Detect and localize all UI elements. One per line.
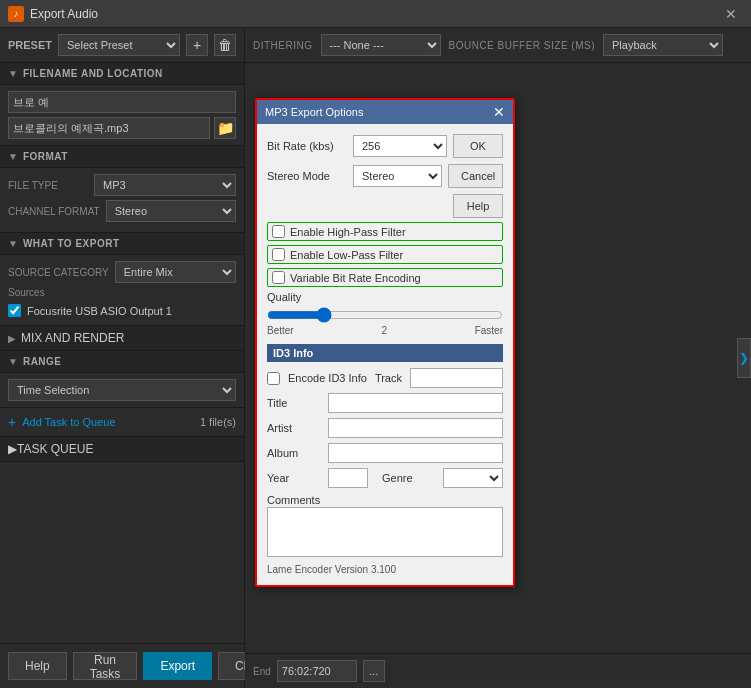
artist-label: Artist xyxy=(267,422,322,434)
folder-button[interactable]: 📁 xyxy=(214,117,236,139)
artist-input[interactable] xyxy=(328,418,503,438)
artist-row: Artist xyxy=(267,418,503,438)
source-text: Focusrite USB ASIO Output 1 xyxy=(27,305,172,317)
task-queue-section-header[interactable]: ▶ TASK QUEUE xyxy=(0,437,244,462)
genre-select[interactable] xyxy=(443,468,503,488)
source-category-select[interactable]: Entire Mix xyxy=(115,261,236,283)
left-panel: PRESET Select Preset + 🗑 ▼ FILENAME AND … xyxy=(0,28,245,688)
add-preset-button[interactable]: + xyxy=(186,34,208,56)
right-top-row: DITHERING --- None --- BOUNCE BUFFER SIZ… xyxy=(245,28,751,63)
variable-bit-rate-checkbox[interactable] xyxy=(272,271,285,284)
comments-label: Comments xyxy=(267,494,320,506)
format-section-title: FORMAT xyxy=(23,151,68,162)
encode-id3-checkbox[interactable] xyxy=(267,372,280,385)
bottom-bar: Help Run Tasks Export Close xyxy=(0,643,244,688)
high-pass-filter-checkbox[interactable] xyxy=(272,225,285,238)
stereo-mode-select[interactable]: Stereo Joint StereoMono xyxy=(353,165,442,187)
lame-version-label: Lame Encoder Version 3.100 xyxy=(267,564,503,575)
dithering-select[interactable]: --- None --- xyxy=(321,34,441,56)
stereo-mode-row: Stereo Mode Stereo Joint StereoMono Canc… xyxy=(267,164,503,188)
format-chevron-icon: ▼ xyxy=(8,151,18,162)
mix-and-render-chevron-icon: ▶ xyxy=(8,333,16,344)
year-input[interactable] xyxy=(328,468,368,488)
modal-cancel-button[interactable]: Cancel xyxy=(448,164,503,188)
source-category-label: SOURCE CATEGORY xyxy=(8,267,109,278)
range-section-header[interactable]: ▼ RANGE xyxy=(0,351,244,373)
right-panel: DITHERING --- None --- BOUNCE BUFFER SIZ… xyxy=(245,28,751,688)
add-task-label: Add Task to Queue xyxy=(22,416,115,428)
source-checkbox[interactable] xyxy=(8,304,21,317)
range-section-content: Time Selection xyxy=(0,373,244,408)
preset-select[interactable]: Select Preset xyxy=(58,34,180,56)
end-time-input[interactable] xyxy=(277,660,357,682)
filename-input-1[interactable] xyxy=(8,91,236,113)
format-section-header[interactable]: ▼ FORMAT xyxy=(0,146,244,168)
task-queue-chevron-icon: ▶ xyxy=(8,442,17,456)
file-type-select[interactable]: MP3 xyxy=(94,174,236,196)
high-pass-filter-row: Enable High-Pass Filter xyxy=(267,222,503,241)
sources-label: Sources xyxy=(8,287,236,298)
what-to-export-content: SOURCE CATEGORY Entire Mix Sources Focus… xyxy=(0,255,244,326)
quality-faster-label: Faster xyxy=(475,325,503,336)
help-button[interactable]: Help xyxy=(8,652,67,680)
quality-slider[interactable] xyxy=(267,307,503,323)
quality-row: Quality Better 2 Faster xyxy=(267,291,503,336)
filename-section-header[interactable]: ▼ FILENAME AND LOCATION xyxy=(0,63,244,85)
mix-and-render-section-header[interactable]: ▶ MIX AND RENDER xyxy=(0,326,244,351)
source-item: Focusrite USB ASIO Output 1 xyxy=(8,302,236,319)
end-label: End xyxy=(253,666,271,677)
encode-id3-label: Encode ID3 Info xyxy=(288,372,367,384)
add-task-row[interactable]: + Add Task to Queue 1 file(s) xyxy=(0,408,244,437)
genre-label: Genre xyxy=(382,472,437,484)
modal-body: Bit Rate (kbs) 256 128160192320 OK Stere… xyxy=(257,124,513,585)
high-pass-filter-label: Enable High-Pass Filter xyxy=(290,226,406,238)
bit-rate-select[interactable]: 256 128160192320 xyxy=(353,135,447,157)
what-to-export-chevron-icon: ▼ xyxy=(8,238,18,249)
title-bar-text: Export Audio xyxy=(30,7,719,21)
bounce-buffer-label: BOUNCE BUFFER SIZE (MS) xyxy=(449,40,596,51)
quality-label: Quality xyxy=(267,291,503,303)
title-input[interactable] xyxy=(328,393,503,413)
bit-rate-label: Bit Rate (kbs) xyxy=(267,140,347,152)
id3-section-title: ID3 Info xyxy=(267,344,503,362)
low-pass-filter-row: Enable Low-Pass Filter xyxy=(267,245,503,264)
bit-rate-row: Bit Rate (kbs) 256 128160192320 OK xyxy=(267,134,503,158)
range-chevron-icon: ▼ xyxy=(8,356,18,367)
what-to-export-title: WHAT TO EXPORT xyxy=(23,238,120,249)
bounce-buffer-select[interactable]: Playback xyxy=(603,34,723,56)
dithering-label: DITHERING xyxy=(253,40,313,51)
variable-bit-rate-label: Variable Bit Rate Encoding xyxy=(290,272,421,284)
channel-format-select[interactable]: Stereo xyxy=(106,200,236,222)
filename-input-2[interactable] xyxy=(8,117,210,139)
low-pass-filter-checkbox[interactable] xyxy=(272,248,285,261)
app-icon: ♪ xyxy=(8,6,24,22)
album-row: Album xyxy=(267,443,503,463)
modal-title: MP3 Export Options xyxy=(265,106,363,118)
modal-title-bar: MP3 Export Options ✕ xyxy=(257,100,513,124)
modal-help-button[interactable]: Help xyxy=(453,194,503,218)
sidebar-toggle-button[interactable]: ❯ xyxy=(737,338,751,378)
task-queue-title: TASK QUEUE xyxy=(17,442,93,456)
end-dots-button[interactable]: ... xyxy=(363,660,385,682)
mix-and-render-title: MIX AND RENDER xyxy=(21,331,124,345)
quality-value-label: 2 xyxy=(381,325,387,336)
variable-bit-rate-row: Variable Bit Rate Encoding xyxy=(267,268,503,287)
what-to-export-section-header[interactable]: ▼ WHAT TO EXPORT xyxy=(0,233,244,255)
format-section-content: FILE TYPE MP3 CHANNEL FORMAT Stereo xyxy=(0,168,244,233)
comments-textarea[interactable] xyxy=(267,507,503,557)
time-selection-select[interactable]: Time Selection xyxy=(8,379,236,401)
filename-section-content: 📁 xyxy=(0,85,244,146)
album-input[interactable] xyxy=(328,443,503,463)
export-button[interactable]: Export xyxy=(143,652,212,680)
track-label: Track xyxy=(375,372,402,384)
modal-ok-button[interactable]: OK xyxy=(453,134,503,158)
track-input[interactable] xyxy=(410,368,503,388)
file-count-label: 1 file(s) xyxy=(200,416,236,428)
title-bar-close-button[interactable]: ✕ xyxy=(719,4,743,24)
modal-close-button[interactable]: ✕ xyxy=(493,104,505,120)
year-label: Year xyxy=(267,472,322,484)
year-genre-row: Year Genre xyxy=(267,468,503,488)
run-tasks-button[interactable]: Run Tasks xyxy=(73,652,138,680)
title-row: Title xyxy=(267,393,503,413)
delete-preset-button[interactable]: 🗑 xyxy=(214,34,236,56)
